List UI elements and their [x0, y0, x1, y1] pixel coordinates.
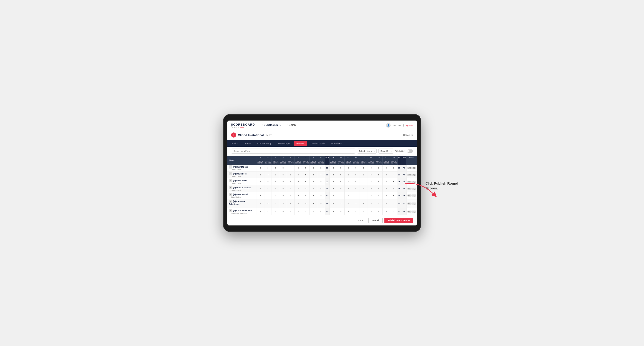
- score-hole-10[interactable]: 6: [330, 199, 337, 208]
- score-hole-8[interactable]: 5: [310, 185, 317, 192]
- score-hole-12[interactable]: 5: [345, 199, 352, 208]
- score-hole-7[interactable]: 5: [302, 165, 310, 172]
- score-hole-13[interactable]: 5: [352, 185, 360, 192]
- score-hole-3[interactable]: 5: [272, 165, 279, 172]
- score-hole-16[interactable]: 3: [375, 192, 382, 199]
- score-hole-1[interactable]: 3: [256, 165, 264, 172]
- score-hole-15[interactable]: 3: [368, 199, 375, 208]
- dq-badge[interactable]: DQ: [412, 210, 416, 213]
- score-hole-17[interactable]: 4: [382, 172, 390, 178]
- score-hole-3[interactable]: 4: [272, 192, 279, 199]
- score-hole-14[interactable]: 5: [360, 192, 368, 199]
- score-hole-3[interactable]: 4: [272, 185, 279, 192]
- score-hole-10[interactable]: 3: [330, 185, 337, 192]
- score-hole-1[interactable]: 3: [256, 192, 264, 199]
- score-hole-8[interactable]: 6: [310, 172, 317, 178]
- score-hole-14[interactable]: 3: [360, 199, 368, 208]
- score-hole-15[interactable]: 3: [368, 208, 375, 215]
- score-hole-10[interactable]: 3: [330, 178, 337, 185]
- score-hole-9[interactable]: 4: [317, 172, 325, 178]
- score-hole-9[interactable]: 5: [317, 199, 325, 208]
- subnav-details[interactable]: Details: [228, 140, 241, 147]
- nav-tournaments[interactable]: TOURNAMENTS: [259, 122, 284, 128]
- score-hole-6[interactable]: 3: [294, 178, 302, 185]
- score-hole-5[interactable]: 3: [287, 172, 294, 178]
- dq-badge[interactable]: DQ: [412, 174, 416, 176]
- score-hole-9[interactable]: 5: [317, 192, 325, 199]
- score-hole-14[interactable]: 3: [360, 185, 368, 192]
- save-all-button[interactable]: Save All: [368, 218, 383, 223]
- cancel-button[interactable]: Cancel: [354, 218, 366, 223]
- score-hole-15[interactable]: 5: [368, 165, 375, 172]
- score-hole-15[interactable]: 5: [368, 172, 375, 178]
- score-hole-3[interactable]: 5: [272, 199, 279, 208]
- score-hole-1[interactable]: 4: [256, 199, 264, 208]
- score-hole-18[interactable]: 4: [390, 172, 398, 178]
- score-hole-14[interactable]: 3: [360, 165, 368, 172]
- score-hole-8[interactable]: 3: [310, 192, 317, 199]
- score-hole-9[interactable]: 4: [317, 185, 325, 192]
- score-hole-18[interactable]: 3: [390, 165, 398, 172]
- score-hole-2[interactable]: 3: [264, 178, 272, 185]
- score-hole-5[interactable]: 3: [287, 208, 294, 215]
- score-hole-18[interactable]: 5: [390, 178, 398, 185]
- score-hole-4[interactable]: 3: [279, 199, 287, 208]
- score-hole-17[interactable]: 6: [382, 185, 390, 192]
- sign-out-link[interactable]: Sign out: [405, 124, 413, 127]
- score-hole-12[interactable]: 4: [345, 192, 352, 199]
- score-hole-15[interactable]: 4: [368, 192, 375, 199]
- score-hole-11[interactable]: 5: [337, 208, 345, 215]
- score-hole-7[interactable]: 3: [302, 208, 310, 215]
- score-hole-17[interactable]: 6: [382, 178, 390, 185]
- score-hole-7[interactable]: 4: [302, 192, 310, 199]
- score-hole-9[interactable]: 4: [317, 208, 325, 215]
- score-hole-3[interactable]: 4: [272, 208, 279, 215]
- subnav-printables[interactable]: Printables: [328, 140, 345, 147]
- score-hole-15[interactable]: 5: [368, 178, 375, 185]
- score-hole-12[interactable]: 3: [345, 178, 352, 185]
- score-hole-3[interactable]: 3: [272, 172, 279, 178]
- score-hole-6[interactable]: 3: [294, 165, 302, 172]
- score-hole-6[interactable]: 5: [294, 192, 302, 199]
- score-hole-6[interactable]: 4: [294, 208, 302, 215]
- wd-badge[interactable]: WD: [408, 202, 412, 204]
- score-hole-5[interactable]: 4: [287, 165, 294, 172]
- score-hole-7[interactable]: 5: [302, 172, 310, 178]
- score-hole-12[interactable]: 3: [345, 208, 352, 215]
- score-hole-10[interactable]: 3: [330, 165, 337, 172]
- score-hole-5[interactable]: 3: [287, 192, 294, 199]
- score-hole-15[interactable]: 5: [368, 185, 375, 192]
- score-hole-6[interactable]: 4: [294, 172, 302, 178]
- nav-teams[interactable]: TEAMS: [285, 122, 299, 128]
- score-hole-18[interactable]: 6: [390, 192, 398, 199]
- score-hole-17[interactable]: 4: [382, 199, 390, 208]
- score-hole-2[interactable]: 3: [264, 192, 272, 199]
- score-hole-16[interactable]: 5: [375, 172, 382, 178]
- search-input[interactable]: [231, 149, 355, 154]
- wd-badge[interactable]: WD: [408, 210, 412, 213]
- score-hole-6[interactable]: 3: [294, 199, 302, 208]
- score-hole-4[interactable]: 6: [279, 172, 287, 178]
- score-hole-1[interactable]: 3: [256, 172, 264, 178]
- subnav-results[interactable]: Results: [294, 141, 307, 146]
- score-hole-8[interactable]: 4: [310, 178, 317, 185]
- subnav-course-setup[interactable]: Course Setup: [254, 140, 275, 147]
- score-hole-11[interactable]: 5: [337, 185, 345, 192]
- cancel-header-btn[interactable]: Cancel ✕: [403, 134, 413, 136]
- score-hole-12[interactable]: 3: [345, 172, 352, 178]
- dq-badge[interactable]: DQ: [412, 202, 416, 204]
- score-hole-4[interactable]: 5: [279, 165, 287, 172]
- score-hole-18[interactable]: 4: [390, 185, 398, 192]
- round-select[interactable]: Round 3: [378, 149, 394, 154]
- score-hole-18[interactable]: 3: [390, 199, 398, 208]
- score-hole-10[interactable]: 5: [330, 192, 337, 199]
- score-hole-16[interactable]: 5: [375, 178, 382, 185]
- score-hole-18[interactable]: 3: [390, 208, 398, 215]
- score-hole-11[interactable]: 5: [337, 172, 345, 178]
- score-hole-11[interactable]: 3: [337, 192, 345, 199]
- subnav-tee-groups[interactable]: Tee Groups: [275, 140, 293, 147]
- score-hole-13[interactable]: 3: [352, 199, 360, 208]
- score-hole-17[interactable]: 5: [382, 165, 390, 172]
- score-hole-13[interactable]: 5: [352, 165, 360, 172]
- score-hole-4[interactable]: 5: [279, 208, 287, 215]
